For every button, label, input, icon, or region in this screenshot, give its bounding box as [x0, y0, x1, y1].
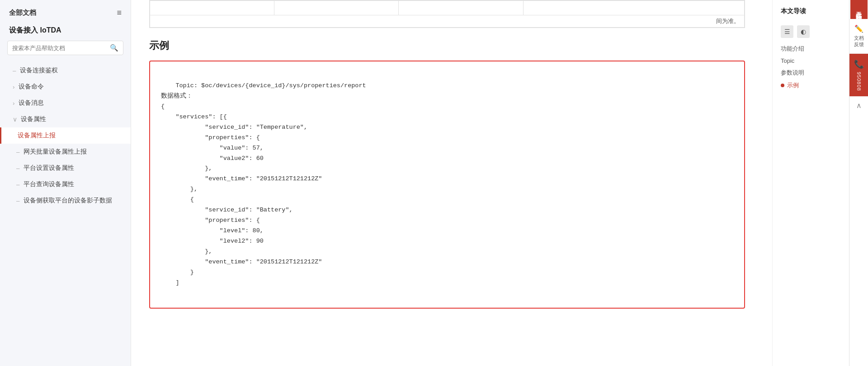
nav-label-4: 设备属性上报: [18, 131, 56, 140]
toc-label-3: 示例: [787, 81, 799, 89]
sidebar-header: 全部文档 ≡: [0, 0, 131, 22]
toc-item-2[interactable]: 参数说明: [777, 66, 849, 79]
phone-number: 950808: [856, 72, 862, 91]
toc-label-0: 功能介绍: [781, 45, 804, 53]
section-heading: 示例: [149, 39, 745, 52]
toc-sidebar: 本文导读 ☰ ◐ 功能介绍Topic参数说明示例: [772, 0, 849, 366]
search-input[interactable]: [12, 45, 110, 52]
toc-items: 功能介绍Topic参数说明示例: [777, 42, 849, 92]
toc-icons: ☰ ◐: [777, 21, 849, 42]
phone-icon[interactable]: 📞: [854, 59, 864, 69]
nav-label-8: 设备侧获取平台的设备影子数据: [24, 197, 112, 205]
scroll-top-button[interactable]: ∧: [849, 96, 868, 114]
sidebar-item-6[interactable]: –平台设置设备属性: [0, 160, 131, 176]
sidebar-item-8[interactable]: –设备侧获取平台的设备影子数据: [0, 192, 131, 209]
nav-prefix-5: –: [16, 149, 20, 155]
nav-label-3: 设备属性: [21, 115, 46, 123]
nav-prefix-3: ∨: [13, 116, 17, 123]
nav-label-1: 设备命令: [19, 83, 44, 91]
sidebar-item-7[interactable]: –平台查询设备属性: [0, 176, 131, 192]
nav-prefix-0: –: [13, 67, 16, 74]
nav-prefix-7: –: [16, 181, 20, 188]
nav-prefix-2: ›: [13, 100, 15, 107]
nav-label-6: 平台设置设备属性: [24, 164, 74, 172]
toc-item-1[interactable]: Topic: [777, 55, 849, 66]
toc-icon-list[interactable]: ☰: [781, 25, 793, 38]
menu-icon[interactable]: ≡: [117, 8, 122, 18]
toc-dot-3: [781, 84, 784, 87]
sidebar-item-2[interactable]: ›设备消息: [0, 95, 131, 111]
sidebar-nav: –设备连接鉴权›设备命令›设备消息∨设备属性设备属性上报–网关批量设备属性上报–…: [0, 62, 131, 366]
sidebar: 全部文档 ≡ 设备接入 IoTDA 🔍 –设备连接鉴权›设备命令›设备消息∨设备…: [0, 0, 131, 366]
toc-item-0[interactable]: 功能介绍: [777, 42, 849, 55]
nav-label-0: 设备连接鉴权: [20, 66, 58, 75]
nav-label-5: 网关批量设备属性上报: [24, 148, 87, 156]
toc-label-2: 参数说明: [781, 69, 804, 77]
nav-prefix-6: –: [16, 165, 20, 172]
feedback-label: 文档反馈: [854, 35, 864, 48]
main-content: 间为准。 示例 Topic: $oc/devices/{device_id}/s…: [131, 0, 772, 366]
toc-label-1: Topic: [781, 57, 794, 64]
feedback-icon[interactable]: ✏️: [854, 24, 863, 33]
table-note: 间为准。: [150, 15, 745, 28]
partial-table: 间为准。: [149, 0, 745, 28]
nav-prefix-8: –: [16, 197, 20, 204]
sidebar-item-3[interactable]: ∨设备属性: [0, 111, 131, 127]
sidebar-product-title: 设备接入 IoTDA: [0, 22, 131, 41]
phone-group: 📞 950808: [849, 54, 868, 97]
no-code-tab[interactable]: 无代码建站: [850, 0, 868, 19]
sidebar-all-docs: 全部文档: [9, 9, 36, 17]
toc-title: 本文导读: [777, 7, 849, 15]
nav-label-7: 平台查询设备属性: [24, 180, 74, 188]
sidebar-item-5[interactable]: –网关批量设备属性上报: [0, 144, 131, 160]
search-icon: 🔍: [110, 44, 118, 52]
sidebar-item-0[interactable]: –设备连接鉴权: [0, 62, 131, 79]
code-block: Topic: $oc/devices/{device_id}/sys/prope…: [149, 61, 745, 309]
toc-icon-circle[interactable]: ◐: [797, 25, 810, 38]
sidebar-item-4[interactable]: 设备属性上报: [0, 127, 131, 144]
nav-label-2: 设备消息: [19, 99, 44, 107]
sidebar-search-box[interactable]: 🔍: [7, 41, 123, 55]
far-right-panel: 无代码建站 ✏️ 文档反馈 📞 950808 ∧: [849, 0, 868, 366]
toc-item-3[interactable]: 示例: [777, 79, 849, 92]
nav-prefix-1: ›: [13, 84, 15, 90]
feedback-group: ✏️ 文档反馈: [849, 19, 868, 54]
sidebar-item-1[interactable]: ›设备命令: [0, 79, 131, 95]
